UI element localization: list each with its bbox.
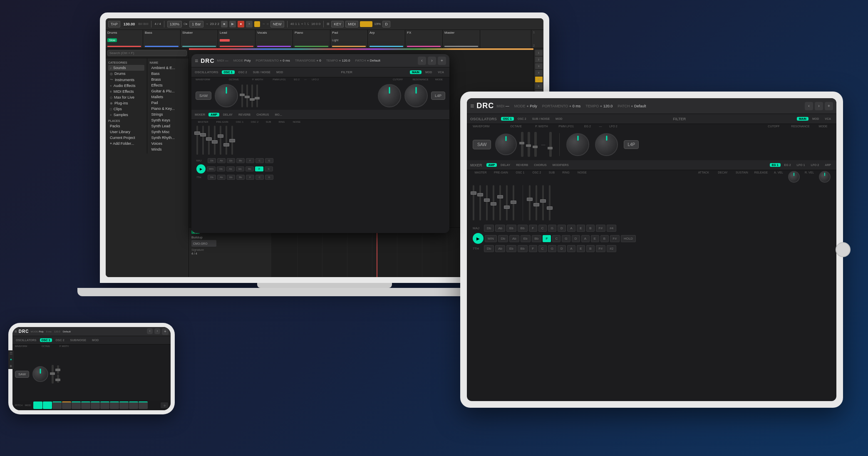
pad-2[interactable]	[43, 401, 52, 409]
pad-4[interactable]	[72, 401, 81, 409]
key-button[interactable]: KEY	[331, 21, 344, 27]
tablet-avel-knob[interactable]	[788, 171, 800, 183]
sound-winds[interactable]: Winds	[150, 146, 186, 152]
tablet-resonance-knob[interactable]	[595, 133, 618, 156]
sound-ambient[interactable]: Ambient & E...	[150, 65, 186, 71]
tablet-sub-fader[interactable]	[499, 185, 501, 221]
tablet-pwm-slider[interactable]	[528, 132, 530, 157]
add-button[interactable]: +	[438, 57, 446, 65]
phone-octave-knob[interactable]	[32, 366, 48, 382]
phone-osc2-tab[interactable]: OSC 2	[54, 338, 67, 342]
phone-p-width-slider[interactable]	[52, 365, 54, 384]
slot-6[interactable]: 6	[535, 83, 543, 89]
pad-6[interactable]	[91, 401, 100, 409]
slot-4[interactable]: 4	[535, 70, 543, 76]
sound-effects[interactable]: Effects	[150, 82, 186, 88]
sidebar-item-max[interactable]: ◇ Max for Live	[108, 94, 144, 100]
eg2-slider[interactable]	[251, 84, 253, 107]
tablet-attack-fader[interactable]	[529, 185, 531, 221]
vca-tab[interactable]: VCA	[436, 70, 446, 74]
track-drums[interactable]: Drums Slow	[106, 30, 143, 48]
tablet-main-tab[interactable]: MAIN	[797, 117, 808, 121]
tablet-menu-icon[interactable]: ≡	[470, 102, 474, 110]
phone-mod-tab[interactable]: MOD	[90, 338, 101, 342]
record-btn[interactable]: ●	[238, 21, 244, 27]
resonance-knob[interactable]	[404, 84, 428, 107]
tablet-reverb-tab[interactable]: REVERB	[514, 163, 530, 167]
tablet-osc1-fader[interactable]	[486, 185, 488, 221]
prev-arrow[interactable]: ‹	[418, 57, 426, 65]
tablet-osc2-fader[interactable]	[493, 185, 494, 221]
tablet-sub-noise-tab[interactable]: SUB / NOISE	[530, 117, 552, 121]
tablet-amp-tab[interactable]: AMP	[486, 163, 497, 167]
sidebar-item-sounds[interactable]: ♪ Sounds	[108, 65, 144, 71]
sub-noise-tab[interactable]: SUB / NOISE	[251, 70, 273, 74]
osc1-tab[interactable]: OSC 1	[222, 70, 235, 74]
phone-osc1-tab[interactable]: OSC 1	[40, 338, 52, 342]
sidebar-item-instruments[interactable]: 〜 Instruments	[108, 77, 144, 83]
tablet-play-button[interactable]: ▶	[473, 233, 484, 244]
phone-sub-noise-tab[interactable]: SUB/NOISE	[68, 338, 89, 342]
tablet-sustain-fader[interactable]	[542, 185, 544, 221]
sidebar-item-midi-effects[interactable]: ≡ MIDI Effects	[108, 89, 144, 94]
master-fader[interactable]	[196, 126, 198, 155]
track-shaker[interactable]: Shaker	[181, 30, 218, 48]
pad-bm[interactable]	[62, 401, 71, 409]
mod-tab[interactable]: MOD	[274, 70, 285, 74]
overdub-btn[interactable]: +	[246, 21, 253, 27]
track-arp[interactable]: Arp	[368, 30, 405, 48]
sound-guitar[interactable]: Guitar & Plu...	[150, 88, 186, 94]
slot-5[interactable]: 5	[535, 77, 543, 82]
amp-tab[interactable]: AMP	[208, 113, 219, 116]
bars-button[interactable]: 1 Bar	[189, 21, 203, 27]
pad-5[interactable]	[81, 401, 90, 409]
reverb-tab[interactable]: REVERB	[236, 113, 253, 116]
slot-2[interactable]: 2	[535, 57, 543, 62]
noise-fader[interactable]	[231, 126, 233, 155]
chorus-tab[interactable]: CHORUS	[254, 113, 271, 116]
tablet-lfo1-tab[interactable]: LFO 1	[795, 163, 807, 167]
menu-icon[interactable]: ≡	[195, 57, 198, 64]
track-master[interactable]: Master	[443, 30, 480, 48]
tablet-release-fader[interactable]	[549, 185, 551, 221]
sidebar-item-add-folder[interactable]: + Add Folder...	[108, 141, 144, 146]
track-vocals[interactable]: Vocals	[255, 30, 293, 48]
pad-3[interactable]	[52, 401, 62, 409]
octave-knob[interactable]	[215, 84, 238, 107]
delay-tab[interactable]: DELAY	[221, 113, 235, 116]
pregain-fader[interactable]	[202, 126, 204, 155]
phone-settings[interactable]: ⚙	[161, 402, 168, 408]
tablet-mod2-tab[interactable]: MOD	[810, 117, 821, 121]
phone-waveform-button[interactable]: SAW	[15, 371, 29, 378]
sound-synth-rhythm[interactable]: Synth Rhyth...	[150, 135, 186, 141]
main-tab[interactable]: MAIN	[410, 70, 422, 74]
sound-mallets[interactable]: Mallets	[150, 94, 186, 100]
phone-prev-arrow[interactable]: ‹	[147, 328, 153, 334]
slot-3[interactable]: 3	[535, 63, 543, 69]
p-width-slider[interactable]	[241, 84, 243, 107]
new-button[interactable]: NEW	[270, 21, 284, 27]
tablet-lfo2-tab[interactable]: LFO 2	[808, 163, 821, 167]
sound-pad[interactable]: Pad	[150, 100, 186, 106]
tablet-delay-tab[interactable]: DELAY	[498, 163, 512, 167]
sidebar-item-clips[interactable]: □ Clips	[108, 106, 144, 112]
phone-menu-icon[interactable]: ≡	[15, 329, 17, 334]
zoom-level[interactable]: 130%	[167, 21, 182, 27]
pad-11[interactable]	[139, 401, 148, 409]
stop-btn[interactable]: ■	[221, 21, 228, 27]
phone-pitch-slider2[interactable]	[57, 374, 59, 383]
play-btn[interactable]: ▶	[229, 21, 236, 27]
osc1-fader[interactable]	[208, 126, 210, 155]
tablet-add-button[interactable]: +	[825, 102, 833, 110]
track-lead[interactable]: Lead	[218, 30, 255, 48]
sound-piano[interactable]: Piano & Key...	[150, 106, 186, 112]
sidebar-item-packs[interactable]: Packs	[108, 123, 144, 129]
tablet-home-button[interactable]	[836, 242, 851, 257]
pad-9[interactable]	[119, 401, 129, 409]
tablet-lfo2-slider[interactable]	[549, 132, 552, 157]
tablet-next-arrow[interactable]: ›	[815, 102, 823, 110]
track-pad[interactable]: Pad Light	[330, 30, 368, 48]
sidebar-item-drums[interactable]: ◎ Drums	[108, 71, 144, 77]
filter-mode-button[interactable]: L4P	[431, 92, 445, 100]
tablet-osc1-tab[interactable]: OSC 1	[501, 117, 514, 121]
